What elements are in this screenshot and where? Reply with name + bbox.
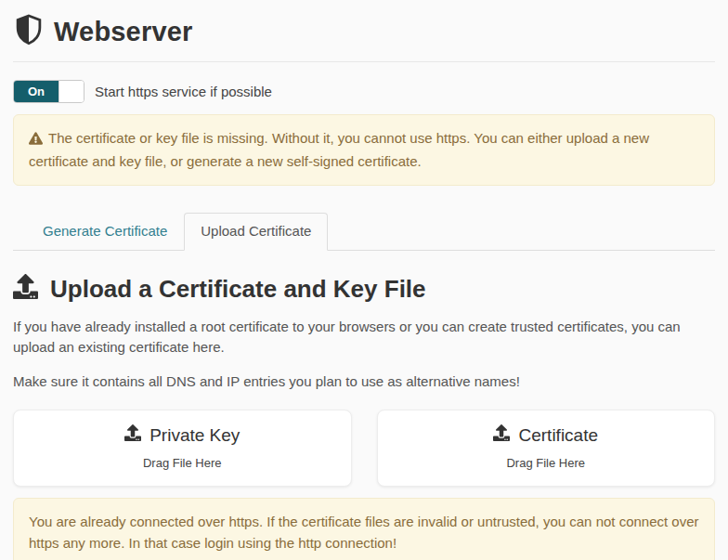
https-toggle-row: On Start https service if possible xyxy=(13,80,715,103)
toggle-knob xyxy=(58,81,84,102)
dropzone-certificate[interactable]: Certificate Drag File Here xyxy=(377,410,716,487)
page-title: Webserver xyxy=(54,17,193,47)
https-toggle-label: Start https service if possible xyxy=(95,84,272,99)
upload-section-heading: Upload a Certificate and Key File xyxy=(13,274,715,306)
upload-icon xyxy=(13,274,38,306)
alert-connected-https-text: You are already connected over https. If… xyxy=(29,514,699,551)
tab-upload-certificate[interactable]: Upload Certificate xyxy=(184,213,328,251)
shield-icon xyxy=(15,13,43,50)
dropzone-private-key-title: Private Key xyxy=(150,425,240,446)
alert-connected-https: You are already connected over https. If… xyxy=(13,498,715,560)
certificate-tabs: Generate Certificate Upload Certificate xyxy=(13,213,715,251)
dropzone-certificate-hint: Drag File Here xyxy=(387,456,706,470)
upload-icon xyxy=(124,424,141,446)
dropzone-certificate-title: Certificate xyxy=(518,425,598,446)
page-header: Webserver xyxy=(13,9,715,50)
upload-icon xyxy=(493,424,510,446)
upload-note: Make sure it contains all DNS and IP ent… xyxy=(13,371,715,393)
https-service-toggle[interactable]: On xyxy=(13,80,84,103)
dropzone-container: Private Key Drag File Here Certificate D… xyxy=(13,410,715,487)
dropzone-private-key[interactable]: Private Key Drag File Here xyxy=(13,410,352,487)
header-divider xyxy=(13,61,715,62)
toggle-on-state: On xyxy=(14,81,58,102)
dropzone-private-key-hint: Drag File Here xyxy=(23,456,342,470)
webserver-page: Webserver On Start https service if poss… xyxy=(0,0,728,560)
upload-section-title: Upload a Certificate and Key File xyxy=(50,275,426,304)
upload-description: If you have already installed a root cer… xyxy=(13,317,715,358)
tab-generate-certificate[interactable]: Generate Certificate xyxy=(26,213,184,250)
alert-missing-certificate: The certificate or key file is missing. … xyxy=(13,114,715,186)
warning-triangle-icon xyxy=(29,129,43,150)
alert-missing-certificate-text: The certificate or key file is missing. … xyxy=(29,130,649,169)
